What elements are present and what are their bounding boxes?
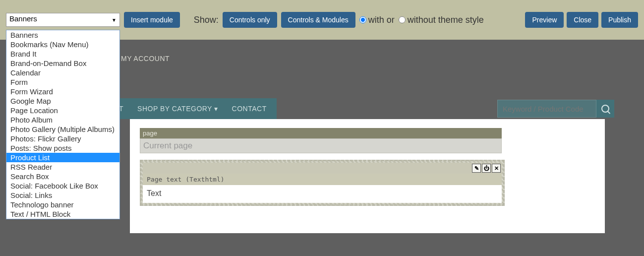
chevron-down-icon: ▾ <box>214 105 218 113</box>
dropdown-item[interactable]: Technologo banner <box>6 200 119 209</box>
dropdown-item[interactable]: Product List <box>6 153 119 162</box>
dropdown-item[interactable]: Google Map <box>6 96 119 106</box>
module-body[interactable]: Text <box>143 185 502 203</box>
dropdown-item[interactable]: Brand-on-Demand Box <box>6 59 119 68</box>
publish-button[interactable]: Publish <box>601 12 638 28</box>
dropdown-item[interactable]: Form <box>6 77 119 87</box>
close-icon[interactable]: ✕ <box>492 164 501 173</box>
module-select-value: Banners <box>9 14 37 23</box>
dropdown-item[interactable]: Form Wizard <box>6 87 119 96</box>
dropdown-item[interactable]: Brand It <box>6 49 119 59</box>
dropdown-item[interactable]: RSS Reader <box>6 162 119 172</box>
dropdown-item[interactable]: Photos: Flickr Gallery <box>6 134 119 143</box>
dropdown-item[interactable]: Text / HTML Block <box>6 209 119 219</box>
nav-contact[interactable]: CONTACT <box>232 105 267 113</box>
controls-only-button[interactable]: Controls only <box>223 12 277 28</box>
module-type-dropdown[interactable]: BannersBookmarks (Nav Menu)Brand ItBrand… <box>6 30 120 219</box>
page-section-header: page <box>140 128 502 138</box>
preview-button[interactable]: Preview <box>525 12 564 28</box>
dropdown-item[interactable]: Calendar <box>6 68 119 77</box>
search-button[interactable] <box>596 100 614 118</box>
dropdown-item[interactable]: Banners <box>6 30 119 40</box>
controls-modules-button[interactable]: Controls & Modules <box>281 12 355 28</box>
dropdown-item[interactable]: Search Box <box>6 172 119 181</box>
my-account-link[interactable]: MY ACCOUNT <box>121 55 170 63</box>
dropdown-item[interactable]: Social: Facebook Like Box <box>6 181 119 191</box>
chevron-down-icon: ▼ <box>112 17 117 23</box>
edit-icon[interactable]: ✎ <box>472 164 481 173</box>
with-theme-radio[interactable]: with or <box>359 15 395 25</box>
text-module-frame: ✎ ⏻ ✕ Page text (Texthtml) Text <box>140 160 505 206</box>
dropdown-item[interactable]: Photo Album <box>6 115 119 125</box>
power-icon[interactable]: ⏻ <box>482 164 491 173</box>
page-block: page Current page <box>140 128 502 153</box>
dropdown-item[interactable]: Social: Links <box>6 191 119 200</box>
dropdown-item[interactable]: Page Location <box>6 106 119 115</box>
dropdown-item[interactable]: Bookmarks (Nav Menu) <box>6 40 119 49</box>
dropdown-item[interactable]: Photo Gallery (Multiple Albums) <box>6 125 119 134</box>
show-label: Show: <box>194 15 219 25</box>
insert-module-button[interactable]: Insert module <box>124 12 180 28</box>
module-title: Page text (Texthtml) <box>143 174 502 185</box>
without-theme-radio[interactable]: without theme style <box>399 15 484 25</box>
dropdown-item[interactable]: Posts: Show posts <box>6 143 119 153</box>
with-theme-radio-input[interactable] <box>359 16 366 23</box>
search-input[interactable] <box>497 100 596 118</box>
current-page-label: Current page <box>140 138 502 153</box>
module-type-select[interactable]: Banners ▼ <box>6 13 120 27</box>
without-theme-radio-input[interactable] <box>399 16 406 23</box>
nav-shop[interactable]: SHOP BY CATEGORY ▾ <box>137 105 218 113</box>
search-icon <box>601 105 609 113</box>
close-button[interactable]: Close <box>567 12 598 28</box>
